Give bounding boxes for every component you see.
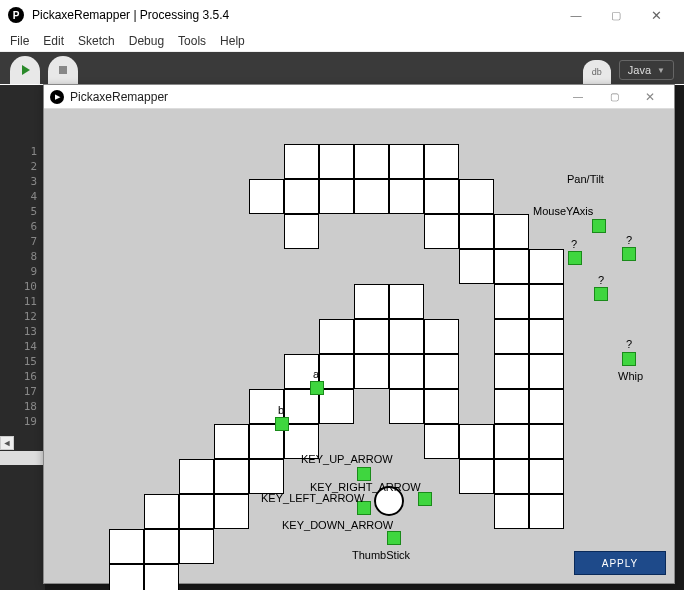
pixel-cell[interactable] (424, 424, 459, 459)
whip-node[interactable] (622, 352, 636, 366)
inner-minimize-button[interactable] (560, 86, 596, 108)
pixel-cell[interactable] (144, 529, 179, 564)
pixel-cell[interactable] (354, 144, 389, 179)
pixel-cell[interactable] (109, 529, 144, 564)
pixel-cell[interactable] (319, 389, 354, 424)
whip-node-extra-label: Whip (618, 370, 643, 382)
scrollbar-left-arrow[interactable]: ◄ (0, 436, 14, 450)
pixel-cell[interactable] (284, 179, 319, 214)
pixel-cell[interactable] (529, 354, 564, 389)
outer-window-controls (556, 1, 676, 29)
pixel-cell[interactable] (459, 179, 494, 214)
run-button[interactable] (10, 56, 40, 84)
line-number: 6 (0, 220, 45, 235)
sketch-canvas[interactable]: APPLY MouseYAxisPan/Tilt????WhipabKEY_UP… (44, 109, 674, 583)
pixel-cell[interactable] (389, 319, 424, 354)
pixel-cell[interactable] (284, 214, 319, 249)
pixel-cell[interactable] (494, 354, 529, 389)
pixel-cell[interactable] (529, 424, 564, 459)
pixel-cell[interactable] (354, 319, 389, 354)
pixel-cell[interactable] (494, 319, 529, 354)
menu-edit[interactable]: Edit (43, 34, 64, 48)
pixel-cell[interactable] (319, 319, 354, 354)
apply-button[interactable]: APPLY (574, 551, 666, 575)
pixel-cell[interactable] (529, 459, 564, 494)
pixel-cell[interactable] (389, 389, 424, 424)
menu-sketch[interactable]: Sketch (78, 34, 115, 48)
inner-maximize-button[interactable] (596, 86, 632, 108)
pixel-cell[interactable] (424, 214, 459, 249)
pixel-cell[interactable] (494, 459, 529, 494)
pixel-cell[interactable] (214, 459, 249, 494)
horizontal-scrollbar[interactable] (0, 451, 45, 465)
pixel-cell[interactable] (319, 354, 354, 389)
pixel-cell[interactable] (354, 354, 389, 389)
pixel-cell[interactable] (354, 179, 389, 214)
pixel-cell[interactable] (529, 249, 564, 284)
pixel-cell[interactable] (144, 494, 179, 529)
pixel-cell[interactable] (389, 179, 424, 214)
menu-tools[interactable]: Tools (178, 34, 206, 48)
pixel-cell[interactable] (284, 144, 319, 179)
language-selector[interactable]: Java (619, 60, 674, 80)
pixel-cell[interactable] (494, 249, 529, 284)
pixel-cell[interactable] (459, 459, 494, 494)
pixel-cell[interactable] (424, 319, 459, 354)
pixel-cell[interactable] (494, 214, 529, 249)
pixel-cell[interactable] (389, 354, 424, 389)
menu-debug[interactable]: Debug (129, 34, 164, 48)
pixel-cell[interactable] (214, 424, 249, 459)
pixel-cell[interactable] (529, 319, 564, 354)
up-node[interactable] (357, 467, 371, 481)
b-node[interactable] (275, 417, 289, 431)
pan-tilt-node-label: Pan/Tilt (567, 173, 604, 185)
pixel-cell[interactable] (389, 144, 424, 179)
debug-badge[interactable]: db (583, 60, 611, 84)
right-node[interactable] (418, 492, 432, 506)
pixel-cell[interactable] (529, 389, 564, 424)
pixel-cell[interactable] (179, 494, 214, 529)
outer-minimize-button[interactable] (556, 1, 596, 29)
down-node[interactable] (387, 531, 401, 545)
stop-button[interactable] (48, 56, 78, 84)
menu-help[interactable]: Help (220, 34, 245, 48)
pixel-cell[interactable] (144, 564, 179, 590)
pixel-cell[interactable] (529, 494, 564, 529)
pixel-cell[interactable] (249, 459, 284, 494)
a-node[interactable] (310, 381, 324, 395)
pixel-cell[interactable] (529, 284, 564, 319)
q1-node[interactable] (622, 247, 636, 261)
pixel-cell[interactable] (354, 284, 389, 319)
q2-node[interactable] (568, 251, 582, 265)
inner-titlebar: PickaxeRemapper (44, 85, 674, 109)
menu-file[interactable]: File (10, 34, 29, 48)
pixel-cell[interactable] (389, 284, 424, 319)
inner-close-button[interactable] (632, 86, 668, 108)
pixel-cell[interactable] (424, 179, 459, 214)
q3-node[interactable] (594, 287, 608, 301)
mouse-y-node-label: MouseYAxis (533, 205, 593, 217)
line-number: 3 (0, 175, 45, 190)
pixel-cell[interactable] (424, 354, 459, 389)
pixel-cell[interactable] (179, 459, 214, 494)
pixel-cell[interactable] (494, 424, 529, 459)
pixel-cell[interactable] (494, 494, 529, 529)
pixel-cell[interactable] (249, 179, 284, 214)
outer-close-button[interactable] (636, 1, 676, 29)
pixel-cell[interactable] (459, 424, 494, 459)
pixel-cell[interactable] (459, 214, 494, 249)
line-number: 11 (0, 295, 45, 310)
pixel-cell[interactable] (319, 179, 354, 214)
pixel-cell[interactable] (319, 144, 354, 179)
pixel-cell[interactable] (214, 494, 249, 529)
pixel-cell[interactable] (494, 284, 529, 319)
pixel-cell[interactable] (424, 389, 459, 424)
pixel-cell[interactable] (109, 564, 144, 590)
outer-maximize-button[interactable] (596, 1, 636, 29)
line-number: 16 (0, 370, 45, 385)
pixel-cell[interactable] (179, 529, 214, 564)
mouse-y-node[interactable] (592, 219, 606, 233)
pixel-cell[interactable] (424, 144, 459, 179)
pixel-cell[interactable] (459, 249, 494, 284)
pixel-cell[interactable] (494, 389, 529, 424)
